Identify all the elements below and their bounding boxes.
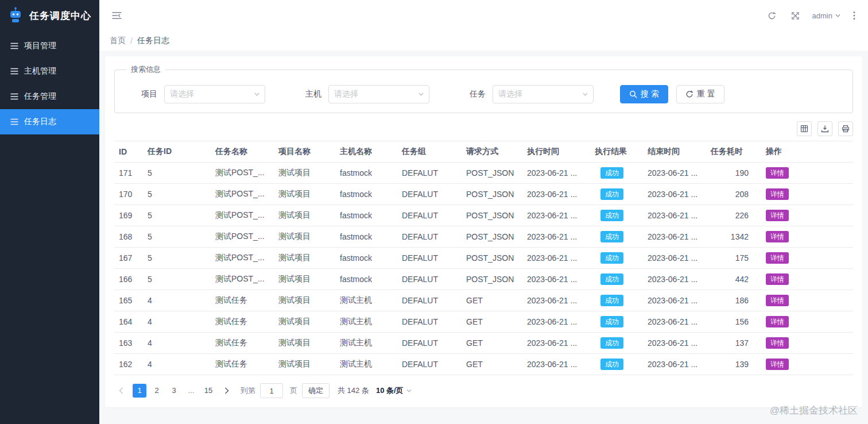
breadcrumb-home[interactable]: 首页 <box>110 36 126 46</box>
next-page-button[interactable] <box>220 384 234 398</box>
goto-page-input[interactable] <box>260 383 283 398</box>
cell-task_name: 测试POST_... <box>211 205 274 226</box>
sidebar-item-project-management[interactable]: 项目管理 <box>0 33 99 59</box>
print-button[interactable] <box>838 121 853 136</box>
success-badge: 成功 <box>600 252 623 264</box>
pagination-pages: 123...15 <box>133 384 215 398</box>
sidebar-collapse-button[interactable] <box>110 9 124 22</box>
task-label: 任务 <box>454 89 486 99</box>
cell-method: GET <box>462 311 522 333</box>
detail-button[interactable]: 详情 <box>766 337 789 349</box>
cell-group: DEFALUT <box>397 205 462 226</box>
columns-setting-button[interactable] <box>797 121 812 136</box>
app-logo: 任务调度中心 <box>0 0 99 31</box>
cell-exec_time: 2023-06-21 ... <box>522 226 590 248</box>
cell-task_id: 4 <box>143 354 211 375</box>
cell-exec_time: 2023-06-21 ... <box>522 269 590 290</box>
cell-host: 测试主机 <box>335 290 397 311</box>
page-number-2[interactable]: 2 <box>150 384 164 398</box>
cell-task_id: 4 <box>143 290 211 311</box>
goto-confirm-button[interactable]: 确定 <box>302 383 330 398</box>
page-number-15[interactable]: 15 <box>202 384 215 398</box>
reset-button[interactable]: 重 置 <box>676 85 724 103</box>
page-unit-label: 页 <box>290 386 297 396</box>
cell-task_name: 测试POST_... <box>211 269 274 290</box>
select-placeholder: 请选择 <box>170 89 194 99</box>
export-button[interactable] <box>817 121 832 136</box>
topbar-actions: admin <box>765 9 858 22</box>
cell-duration: 137 <box>706 333 761 354</box>
task-log-card: 搜索信息 项目 请选择 主机 <box>105 56 862 407</box>
cell-duration: 156 <box>706 311 761 333</box>
cell-group: DEFALUT <box>397 311 462 333</box>
detail-button[interactable]: 详情 <box>766 252 789 264</box>
sidebar-item-host-management[interactable]: 主机管理 <box>0 59 99 84</box>
cell-exec_time: 2023-06-21 ... <box>522 184 590 205</box>
project-select[interactable]: 请选择 <box>164 85 265 103</box>
cell-duration: 1342 <box>706 226 761 248</box>
search-button[interactable]: 搜 索 <box>620 85 668 103</box>
cell-group: DEFALUT <box>397 269 462 290</box>
cell-group: DEFALUT <box>397 333 462 354</box>
task-select[interactable]: 请选择 <box>493 85 594 103</box>
page-ellipsis: ... <box>184 384 198 398</box>
cell-result: 成功 <box>590 184 643 205</box>
cell-id: 171 <box>114 163 143 184</box>
cell-task_id: 5 <box>143 184 211 205</box>
cell-id: 162 <box>114 354 143 375</box>
refresh-button[interactable] <box>765 9 778 22</box>
detail-button[interactable]: 详情 <box>766 359 789 370</box>
cell-action: 详情 <box>761 226 853 248</box>
success-badge: 成功 <box>600 316 623 327</box>
cell-task_name: 测试任务 <box>211 311 274 333</box>
table-toolbar <box>114 121 853 136</box>
filter-host: 主机 请选择 <box>289 85 429 103</box>
host-select[interactable]: 请选择 <box>328 85 429 103</box>
column-header: 执行结果 <box>590 141 643 163</box>
page-size-label: 10 条/页 <box>376 386 404 396</box>
more-menu-button[interactable] <box>851 9 858 22</box>
search-button-label: 搜 索 <box>641 89 659 99</box>
cell-exec_time: 2023-06-21 ... <box>522 163 590 184</box>
cell-host: fastmock <box>335 163 397 184</box>
cell-result: 成功 <box>590 205 643 226</box>
cell-exec_time: 2023-06-21 ... <box>522 290 590 311</box>
detail-button[interactable]: 详情 <box>766 273 789 285</box>
detail-button[interactable]: 详情 <box>766 188 789 200</box>
user-menu[interactable]: admin <box>812 11 840 20</box>
detail-button[interactable]: 详情 <box>766 295 789 306</box>
cell-id: 170 <box>114 184 143 205</box>
detail-button[interactable]: 详情 <box>766 167 789 179</box>
cell-exec_time: 2023-06-21 ... <box>522 333 590 354</box>
cell-result: 成功 <box>590 354 643 375</box>
page-number-1[interactable]: 1 <box>133 384 146 398</box>
prev-page-button[interactable] <box>114 384 128 398</box>
sidebar-item-task-management[interactable]: 任务管理 <box>0 84 99 109</box>
cell-action: 详情 <box>761 311 853 333</box>
cell-end_time: 2023-06-21 ... <box>643 248 706 269</box>
search-icon <box>629 90 637 98</box>
cell-result: 成功 <box>590 290 643 311</box>
cell-task_id: 5 <box>143 226 211 248</box>
page-number-3[interactable]: 3 <box>167 384 181 398</box>
detail-button[interactable]: 详情 <box>766 316 789 327</box>
cell-method: POST_JSON <box>462 205 522 226</box>
table-row: 1624测试任务测试项目测试主机DEFALUTGET2023-06-21 ...… <box>114 354 853 375</box>
main-area: admin 首页 / 任务日志 搜索信息 <box>99 0 868 424</box>
detail-button[interactable]: 详情 <box>766 210 789 221</box>
cell-method: POST_JSON <box>462 269 522 290</box>
pagination: 123...15 到第 页 确定 共 142 条 10 条/页 <box>114 383 853 398</box>
menu-list-icon <box>10 93 18 100</box>
sidebar-item-task-log[interactable]: 任务日志 <box>0 109 99 134</box>
cell-result: 成功 <box>590 163 643 184</box>
cell-task_name: 测试任务 <box>211 290 274 311</box>
search-panel-title: 搜索信息 <box>126 64 165 75</box>
page-size-select[interactable]: 10 条/页 <box>376 386 412 396</box>
chevron-down-icon <box>406 389 412 392</box>
cell-task_name: 测试任务 <box>211 333 274 354</box>
column-header: 操作 <box>761 141 853 163</box>
fullscreen-button[interactable] <box>789 9 802 22</box>
cell-group: DEFALUT <box>397 226 462 248</box>
detail-button[interactable]: 详情 <box>766 231 789 242</box>
cell-action: 详情 <box>761 290 853 311</box>
